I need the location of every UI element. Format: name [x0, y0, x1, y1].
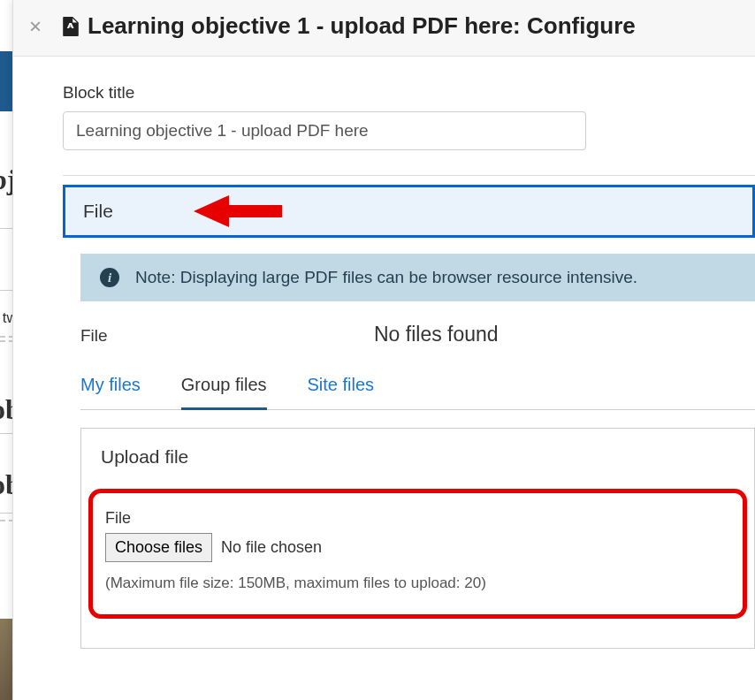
block-title-label: Block title: [63, 83, 755, 103]
tab-my-files[interactable]: My files: [80, 375, 141, 409]
modal-header: × Learning objective 1 - upload PDF here…: [13, 0, 755, 57]
pdf-icon: [63, 17, 79, 36]
annotation-arrow-icon: [194, 201, 282, 222]
info-banner: i Note: Displaying large PDF files can b…: [80, 254, 755, 301]
upload-file-panel: Upload file File Choose files No file ch…: [80, 428, 755, 649]
file-section-heading-text: File: [83, 201, 113, 221]
close-icon[interactable]: ×: [27, 16, 43, 37]
file-source-tabs: My files Group files Site files: [80, 375, 755, 410]
file-section-header[interactable]: File: [63, 185, 755, 238]
tab-group-files[interactable]: Group files: [181, 375, 267, 410]
choose-files-button[interactable]: Choose files: [105, 533, 212, 562]
upload-panel-title: Upload file: [81, 429, 754, 483]
tab-site-files[interactable]: Site files: [308, 375, 375, 409]
info-banner-text: Note: Displaying large PDF files can be …: [135, 268, 637, 287]
file-field-label: File: [80, 326, 374, 346]
no-files-message: No files found: [374, 323, 499, 346]
upload-file-label: File: [105, 509, 730, 528]
configure-modal: × Learning objective 1 - upload PDF here…: [12, 0, 755, 700]
info-icon: i: [100, 268, 119, 287]
annotation-highlight-box: File Choose files No file chosen (Maximu…: [88, 489, 747, 619]
block-title-input[interactable]: [63, 111, 586, 150]
upload-hint: (Maximum file size: 150MB, maximum files…: [105, 571, 730, 597]
modal-title: Learning objective 1 - upload PDF here: …: [88, 12, 636, 40]
no-file-chosen-text: No file chosen: [221, 538, 322, 557]
